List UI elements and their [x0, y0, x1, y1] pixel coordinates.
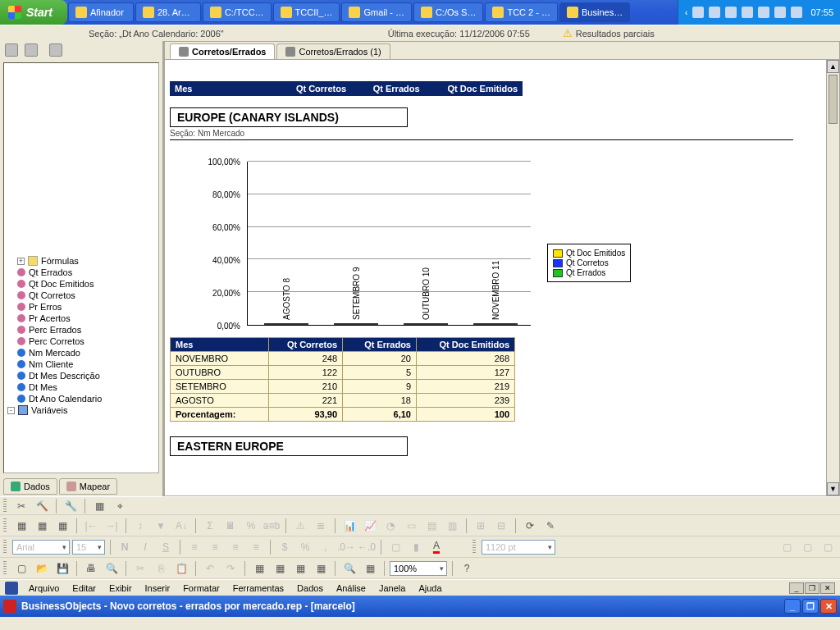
find-icon[interactable]: 🔍: [340, 560, 358, 577]
tree-leaf[interactable]: Dt Mes Descrição: [6, 370, 157, 381]
menu-exibir[interactable]: Exibir: [103, 582, 138, 595]
sidebar-tabs: Dados Mapear: [0, 477, 162, 496]
menu-formatar[interactable]: Formatar: [177, 582, 226, 595]
menu-ferramentas[interactable]: Ferramentas: [227, 582, 290, 595]
tree-leaf[interactable]: Nm Cliente: [6, 358, 157, 370]
task-item[interactable]: TCCII_…: [273, 2, 340, 22]
menu-arquivo[interactable]: Arquivo: [23, 582, 65, 595]
save-icon[interactable]: 💾: [53, 560, 71, 577]
tool-icon[interactable]: ▦: [53, 518, 71, 534]
print-icon[interactable]: 🖶: [82, 560, 100, 577]
tray-icon[interactable]: [774, 7, 786, 18]
vertical-scrollbar[interactable]: ▲ ▼: [826, 60, 839, 495]
maximize-button[interactable]: ❐: [802, 599, 819, 614]
task-item[interactable]: C:/Os S…: [413, 2, 484, 22]
tree-leaf[interactable]: Pr Erros: [6, 301, 157, 313]
open-icon[interactable]: 📂: [33, 560, 51, 577]
main-content: +Fórmulas Qt Errados Qt Doc Emitidos Qt …: [0, 41, 840, 496]
font-combo[interactable]: Arial: [12, 540, 70, 555]
tool-icon[interactable]: ⌖: [111, 498, 129, 514]
tool-icon[interactable]: ▦: [312, 560, 330, 577]
preview-icon[interactable]: 🔍: [103, 560, 121, 577]
new-icon[interactable]: ▢: [12, 560, 30, 577]
cut-icon[interactable]: ✂: [12, 498, 30, 514]
report-tab[interactable]: Corretos/Errados: [170, 43, 275, 59]
grip-icon[interactable]: [472, 540, 476, 555]
align-center-icon: ≡: [206, 539, 224, 555]
text-color-icon[interactable]: A: [427, 539, 445, 555]
variable-tree[interactable]: +Fórmulas Qt Errados Qt Doc Emitidos Qt …: [3, 62, 159, 473]
tree-leaf[interactable]: Perc Errados: [6, 324, 157, 336]
mdi-restore-icon[interactable]: ❐: [805, 582, 819, 594]
task-item[interactable]: Afinador: [68, 2, 134, 22]
tree-leaf[interactable]: Dt Mes: [6, 381, 157, 393]
task-item[interactable]: Gmail - …: [341, 2, 412, 22]
task-item[interactable]: TCC 2 - …: [485, 2, 558, 22]
scroll-thumb[interactable]: [829, 75, 838, 124]
toolbar-row-tools: ✂ 🔨 🔧 ▦ ⌖: [0, 497, 840, 515]
tool-icon[interactable]: ▦: [291, 560, 309, 577]
menu-editar[interactable]: Editar: [66, 582, 102, 595]
sidebar-tool-icon[interactable]: [49, 43, 62, 57]
task-item[interactable]: C:/TCC…: [203, 2, 272, 22]
mdi-close-icon[interactable]: ✕: [820, 582, 835, 594]
tab-mapear[interactable]: Mapear: [59, 478, 117, 495]
tab-dados[interactable]: Dados: [3, 478, 57, 495]
tool-icon[interactable]: ▦: [90, 498, 108, 514]
tool-icon[interactable]: ▦: [271, 560, 289, 577]
edit-query-icon[interactable]: ✎: [541, 518, 559, 534]
tray-expand-icon[interactable]: ‹: [685, 7, 688, 17]
hammer-icon[interactable]: 🔨: [33, 498, 51, 514]
tool-icon[interactable]: ▦: [250, 560, 268, 577]
start-button[interactable]: Start: [0, 0, 67, 25]
grip-icon[interactable]: [3, 518, 7, 533]
grip-icon[interactable]: [3, 499, 7, 514]
scroll-down-icon[interactable]: ▼: [827, 482, 839, 495]
table-row: AGOSTO22118239: [171, 394, 515, 408]
mdi-minimize-icon[interactable]: _: [789, 582, 804, 594]
grip-icon[interactable]: [3, 540, 7, 555]
grip-icon[interactable]: [3, 561, 7, 576]
menu-ajuda[interactable]: Ajuda: [413, 582, 447, 595]
tray-icon[interactable]: [692, 7, 704, 18]
sidebar-tool-icon[interactable]: [5, 43, 18, 57]
tool-icon[interactable]: ▦: [33, 518, 51, 534]
wrench-icon[interactable]: 🔧: [62, 498, 80, 514]
toolbar-row-standard: ▢ 📂 💾 🖶 🔍 ✂ ⎘ 📋 ↶ ↷ ▦ ▦ ▦ ▦ 🔍 ▦ 100% ?: [0, 558, 840, 579]
report-tab[interactable]: Corretos/Errados (1): [276, 43, 390, 59]
tree-leaf[interactable]: Qt Corretos: [6, 290, 157, 301]
tree-leaf[interactable]: Perc Corretos: [6, 336, 157, 347]
tool-icon[interactable]: ▦: [12, 518, 30, 534]
minimize-button[interactable]: _: [784, 599, 801, 614]
tree-leaf[interactable]: Qt Errados: [6, 267, 157, 278]
sidebar-tool-icon[interactable]: [25, 43, 38, 57]
tree-leaf[interactable]: Pr Acertos: [6, 313, 157, 324]
task-item-active[interactable]: Busines…: [559, 2, 630, 22]
tray-icon[interactable]: [791, 7, 802, 18]
tree-leaf[interactable]: Nm Mercado: [6, 347, 157, 358]
task-item[interactable]: 28. Ar…: [135, 2, 201, 22]
tool-icon[interactable]: ▦: [361, 560, 379, 577]
menu-dados[interactable]: Dados: [291, 582, 329, 595]
refresh-icon[interactable]: ⟳: [521, 518, 539, 534]
report-area: Corretos/Errados Corretos/Errados (1) Me…: [164, 41, 840, 496]
report-tabs: Corretos/Errados Corretos/Errados (1): [165, 42, 839, 60]
report-body[interactable]: Mes Qt Corretos Qt Errados Qt Doc Emitid…: [165, 60, 839, 495]
tree-node-formulas[interactable]: +Fórmulas: [6, 255, 157, 267]
tray-icon[interactable]: [709, 7, 720, 18]
tree-leaf[interactable]: Qt Doc Emitidos: [6, 278, 157, 290]
menu-inserir[interactable]: Inserir: [139, 582, 176, 595]
tray-icon[interactable]: [725, 7, 737, 18]
tree-leaf[interactable]: Dt Ano Calendario: [6, 393, 157, 404]
tray-icon[interactable]: [758, 7, 769, 18]
tree-root-variaveis[interactable]: -Variáveis: [6, 404, 157, 416]
menu-analise[interactable]: Análise: [331, 582, 372, 595]
zoom-combo[interactable]: 100%: [390, 561, 447, 576]
doc-icon: [285, 47, 295, 57]
help-icon[interactable]: ?: [458, 560, 476, 577]
font-size-combo[interactable]: 15: [72, 540, 105, 555]
close-button[interactable]: ✕: [820, 599, 837, 614]
scroll-up-icon[interactable]: ▲: [827, 60, 839, 73]
tray-icon[interactable]: [742, 7, 753, 18]
menu-janela[interactable]: Janela: [373, 582, 411, 595]
